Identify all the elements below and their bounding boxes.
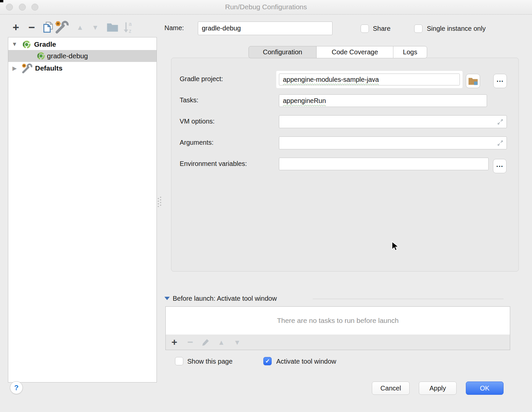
expand-field-icon[interactable] [497, 118, 504, 126]
expand-field-icon[interactable] [497, 139, 504, 147]
environment-variables-input[interactable] [279, 158, 489, 170]
tree-item-gradle-debug[interactable]: gradle-debug [8, 50, 156, 62]
window-title: Run/Debug Configurations [0, 3, 532, 11]
gradle-project-value: appengine-modules-sample-java [283, 76, 379, 83]
up-arrow-icon: ▲ [77, 24, 84, 31]
svg-text:z: z [129, 28, 131, 33]
create-folder-button[interactable] [106, 20, 119, 34]
folder-icon [107, 22, 118, 32]
remove-task-button[interactable]: − [185, 335, 196, 350]
single-instance-label: Single instance only [427, 25, 486, 32]
move-task-up-button[interactable]: ▲ [216, 335, 227, 350]
copy-configuration-button[interactable] [42, 20, 54, 34]
activate-tool-window-label: Activate tool window [276, 358, 336, 365]
minus-icon: − [187, 337, 193, 347]
tasks-label: Tasks: [180, 96, 199, 104]
tasks-value: appengineRun [283, 97, 326, 105]
share-checkbox[interactable] [361, 25, 369, 33]
up-arrow-icon: ▲ [218, 339, 225, 346]
down-arrow-icon: ▼ [234, 339, 241, 346]
remove-configuration-button[interactable]: − [26, 20, 38, 34]
environment-variables-more-button[interactable]: ... [493, 159, 507, 173]
plus-icon: + [171, 337, 177, 347]
edit-defaults-button[interactable] [54, 20, 69, 34]
arguments-input[interactable] [279, 136, 507, 149]
gradle-icon [37, 52, 45, 60]
choose-gradle-project-button[interactable] [466, 74, 480, 88]
before-launch-toolbar: + − ▲ ▼ [165, 335, 510, 350]
mouse-cursor [391, 241, 401, 252]
sort-configurations-button[interactable]: a z [122, 20, 135, 34]
wrench-icon [21, 63, 32, 74]
single-instance-checkbox[interactable] [414, 25, 422, 33]
vm-options-input[interactable] [279, 115, 507, 128]
ok-label: OK [480, 385, 490, 392]
move-task-down-button[interactable]: ▼ [232, 335, 243, 350]
question-mark-icon: ? [14, 384, 19, 392]
tree-item-label: gradle-debug [47, 52, 88, 60]
name-input[interactable]: gradle-debug [198, 22, 332, 35]
gradle-project-label: Gradle project: [180, 75, 223, 83]
add-task-button[interactable]: + [169, 335, 180, 350]
cancel-button[interactable]: Cancel [372, 382, 410, 395]
plus-icon: + [13, 22, 19, 33]
minus-icon: − [28, 22, 35, 33]
arguments-label: Arguments: [180, 139, 213, 146]
tree-item-label: Defaults [35, 64, 63, 72]
tasks-input[interactable]: appengineRun [279, 94, 487, 107]
vm-options-label: VM options: [180, 118, 215, 125]
tab-label: Code Coverage [332, 48, 378, 56]
gradle-project-input[interactable]: appengine-modules-sample-java [279, 74, 460, 85]
folder-picker-icon [468, 77, 478, 85]
cancel-label: Cancel [380, 385, 401, 392]
tab-code-coverage[interactable]: Code Coverage [316, 46, 393, 58]
tab-label: Configuration [263, 48, 302, 56]
edit-task-button[interactable] [200, 335, 211, 350]
run-debug-configurations-dialog: Run/Debug Configurations + − ▲ [0, 0, 532, 412]
copy-icon [42, 21, 54, 33]
environment-variables-label: Environment variables: [180, 160, 247, 168]
tab-logs[interactable]: Logs [393, 46, 427, 58]
apply-button[interactable]: Apply [419, 382, 457, 395]
apply-label: Apply [429, 385, 446, 392]
before-launch-title: Before launch: Activate tool window [173, 295, 277, 302]
activate-tool-window-checkbox[interactable]: ✓ [263, 357, 272, 365]
screenshot-corner-artifact [0, 0, 3, 2]
titlebar: Run/Debug Configurations [0, 0, 532, 15]
empty-tasks-message: There are no tasks to run before launch [277, 317, 399, 325]
configurations-tree: ▼ Gradle gradle-debug ▶ [8, 37, 157, 383]
tree-item-gradle-group[interactable]: ▼ Gradle [8, 38, 156, 50]
move-down-button[interactable]: ▼ [90, 20, 101, 34]
name-value: gradle-debug [202, 25, 241, 32]
tree-item-defaults-group[interactable]: ▶ Defaults [8, 62, 156, 74]
gradle-icon [22, 40, 31, 49]
show-this-page-checkbox[interactable] [175, 357, 183, 365]
tree-item-label: Gradle [34, 40, 56, 48]
gradle-project-more-button[interactable]: ... [493, 74, 507, 88]
add-configuration-button[interactable]: + [10, 20, 22, 34]
sort-az-icon: a z [123, 21, 134, 33]
move-up-button[interactable]: ▲ [75, 20, 85, 34]
before-launch-tasks-list[interactable]: There are no tasks to run before launch [165, 306, 510, 335]
checkmark-icon: ✓ [265, 358, 270, 365]
tab-label: Logs [403, 48, 417, 56]
collapse-before-launch-icon[interactable] [164, 297, 170, 300]
chevron-right-icon[interactable]: ▶ [10, 65, 19, 72]
ok-button[interactable]: OK [466, 382, 504, 395]
name-label: Name: [164, 24, 184, 32]
help-button[interactable]: ? [10, 381, 23, 394]
down-arrow-icon: ▼ [92, 24, 99, 31]
ellipsis-icon: ... [496, 165, 503, 168]
ellipsis-icon: ... [497, 79, 504, 83]
splitter-handle[interactable] [157, 194, 162, 209]
pencil-icon [201, 338, 210, 347]
show-this-page-label: Show this page [187, 358, 233, 365]
share-label: Share [373, 25, 390, 32]
chevron-down-icon[interactable]: ▼ [10, 41, 19, 48]
svg-text:a: a [129, 21, 132, 27]
section-divider [313, 299, 504, 299]
wrench-icon [54, 21, 69, 34]
tab-configuration[interactable]: Configuration [248, 46, 317, 58]
